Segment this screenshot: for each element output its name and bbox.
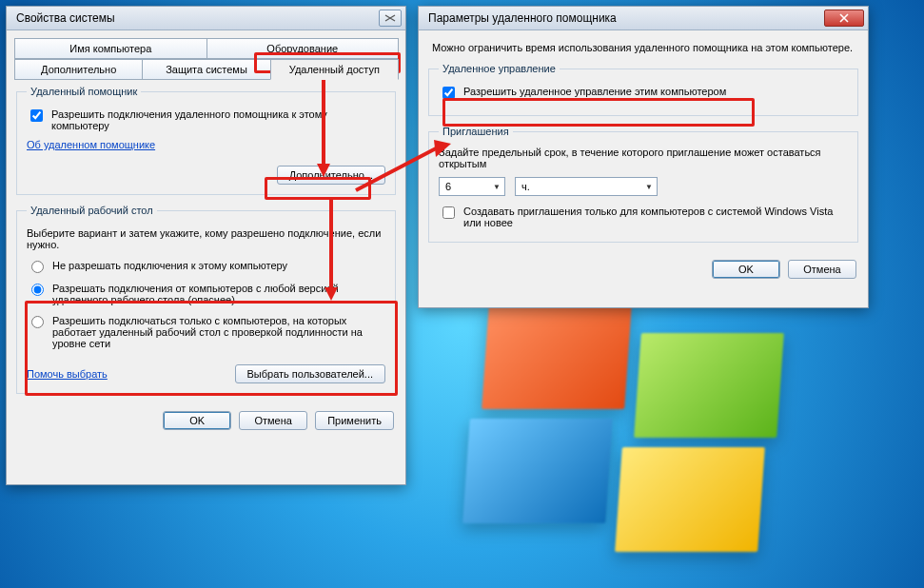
fieldset-remote-control: Удаленное управление Разрешить удаленное…	[428, 63, 858, 116]
ok-button[interactable]: OK	[712, 260, 780, 279]
radio-dont-allow-label: Не разрешать подключения к этому компьют…	[52, 260, 287, 271]
link-about-ra[interactable]: Об удаленном помощнике	[27, 139, 155, 150]
select-duration-unit-value: ч.	[521, 181, 530, 192]
select-duration-unit[interactable]: ч. ▼	[515, 177, 658, 196]
chevron-down-icon: ▼	[493, 183, 501, 191]
tab-remote[interactable]: Удаленный доступ	[270, 59, 399, 80]
fieldset-remote-desktop: Удаленный рабочий стол Выберите вариант …	[16, 205, 396, 394]
select-duration-number-value: 6	[445, 181, 451, 192]
radio-allow-nla[interactable]	[31, 316, 44, 328]
radio-allow-any-row[interactable]: Разрешать подключения от компьютеров с л…	[27, 283, 385, 305]
cancel-button[interactable]: Отмена	[788, 260, 856, 279]
select-duration-number[interactable]: 6 ▼	[439, 177, 505, 196]
cancel-button[interactable]: Отмена	[239, 411, 307, 430]
windows-logo	[485, 304, 828, 571]
advanced-button[interactable]: Дополнительно...	[277, 166, 385, 185]
close-icon[interactable]	[379, 10, 402, 27]
dialog-buttons: OK Отмена Применить	[7, 403, 405, 441]
checkbox-vista[interactable]	[442, 206, 455, 219]
remote-assistant-params-window: Параметры удаленного помощника Можно огр…	[418, 6, 869, 308]
checkbox-vista-row[interactable]: Создавать приглашения только для компьют…	[439, 206, 848, 228]
radio-dont-allow-row[interactable]: Не разрешать подключения к этому компьют…	[27, 260, 385, 273]
radio-allow-nla-row[interactable]: Разрешить подключаться только с компьюте…	[27, 315, 385, 349]
checkbox-allow-ra[interactable]	[30, 109, 43, 122]
checkbox-allow-control-row[interactable]: Разрешить удаленное управление этим комп…	[439, 86, 848, 102]
link-help-choose[interactable]: Помочь выбрать	[27, 368, 108, 380]
close-icon[interactable]	[824, 10, 864, 27]
legend-remote-desktop: Удаленный рабочий стол	[27, 205, 157, 216]
radio-allow-any[interactable]	[31, 284, 44, 296]
legend-remote-assistant: Удаленный помощник	[27, 86, 141, 97]
ok-button[interactable]: OK	[163, 411, 231, 430]
intro-text: Можно ограничить время использования уда…	[419, 30, 868, 57]
legend-remote-control: Удаленное управление	[439, 63, 560, 74]
fieldset-remote-assistant: Удаленный помощник Разрешить подключения…	[16, 86, 396, 195]
checkbox-vista-label: Создавать приглашения только для компьют…	[463, 206, 848, 228]
dialog-buttons: OK Отмена	[419, 252, 868, 290]
apply-button[interactable]: Применить	[315, 411, 394, 430]
checkbox-allow-ra-row[interactable]: Разрешить подключения удаленного помощни…	[27, 108, 385, 131]
checkbox-allow-ra-label: Разрешить подключения удаленного помощни…	[51, 108, 385, 131]
tab-computer-name[interactable]: Имя компьютера	[14, 38, 207, 59]
tabs-row-2: Дополнительно Защита системы Удаленный д…	[14, 59, 398, 80]
chevron-down-icon: ▼	[645, 183, 653, 191]
tab-advanced[interactable]: Дополнительно	[14, 59, 143, 80]
remote-desktop-intro: Выберите вариант и затем укажите, кому р…	[27, 227, 385, 250]
tabs-row-1: Имя компьютера Оборудование	[14, 38, 398, 59]
radio-allow-nla-label: Разрешить подключаться только с компьюте…	[52, 315, 385, 349]
legend-invitations: Приглашения	[439, 126, 513, 137]
tab-hardware[interactable]: Оборудование	[206, 38, 400, 59]
fieldset-invitations: Приглашения Задайте предельный срок, в т…	[428, 126, 858, 243]
window-title: Параметры удаленного помощника	[428, 11, 617, 25]
invitations-text: Задайте предельный срок, в течение котор…	[439, 147, 848, 169]
titlebar: Параметры удаленного помощника	[419, 7, 868, 30]
radio-allow-any-label: Разрешать подключения от компьютеров с л…	[52, 283, 385, 305]
system-properties-window: Свойства системы Имя компьютера Оборудов…	[6, 6, 406, 485]
window-title: Свойства системы	[16, 11, 115, 25]
titlebar: Свойства системы	[7, 7, 405, 30]
radio-dont-allow[interactable]	[31, 261, 44, 273]
checkbox-allow-control-label: Разрешить удаленное управление этим комп…	[463, 86, 726, 97]
tab-system-protection[interactable]: Защита системы	[142, 59, 270, 80]
checkbox-allow-control[interactable]	[442, 87, 455, 99]
select-users-button[interactable]: Выбрать пользователей...	[235, 364, 386, 383]
